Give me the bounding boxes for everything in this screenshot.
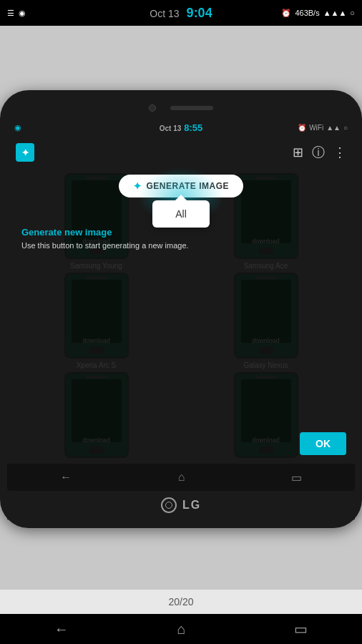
phone-time: Oct 13 8:55: [160, 122, 203, 133]
page-count: 20/20: [168, 596, 193, 608]
phone-device: ◉ Oct 13 8:55 ⏰ WiFi ▲▲ ○ ✦ ⊞ ⓘ: [0, 90, 362, 528]
back-nav-icon[interactable]: ←: [60, 471, 72, 484]
add-image-icon[interactable]: ⊞: [293, 145, 303, 160]
home-nav-icon[interactable]: ⌂: [178, 471, 185, 484]
ok-button[interactable]: OK: [300, 432, 346, 455]
content-area: download Samsung Young download Samsung …: [7, 167, 355, 464]
system-back-icon[interactable]: ←: [54, 621, 69, 638]
robot-icon: ◉: [19, 9, 26, 18]
phone-navigation-bar: ← ⌂ ▭: [7, 464, 355, 491]
speed-indicator: 463B/s: [295, 9, 319, 17]
app-toolbar-actions: ⊞ ⓘ ⋮: [293, 144, 346, 161]
system-nav-bar: ← ⌂ ▭: [0, 614, 362, 644]
app-logo: ✦: [16, 143, 34, 162]
more-options-icon[interactable]: ⋮: [333, 145, 346, 160]
system-left-icons: ☰ ◉: [7, 9, 26, 18]
system-right-icons: ⏰ 463B/s ▲▲▲ ○: [281, 9, 355, 18]
phone-signal: ▲▲: [326, 124, 341, 132]
app-toolbar: ✦ ⊞ ⓘ ⋮: [7, 137, 355, 167]
lg-brand-text: LG: [182, 499, 201, 512]
lg-logo-circle: [161, 497, 177, 513]
battery-icon: ○: [350, 9, 355, 17]
info-description: Use this button to start generating a ne…: [21, 240, 341, 251]
system-home-icon[interactable]: ⌂: [177, 621, 185, 638]
page-count-bar: 20/20: [0, 590, 362, 614]
info-icon[interactable]: ⓘ: [312, 144, 325, 161]
phone-alarm: ⏰: [298, 124, 306, 132]
front-camera: [149, 104, 156, 112]
phone-status-left: ◉: [14, 123, 21, 132]
system-recents-icon[interactable]: ▭: [294, 620, 308, 638]
phone-app-icon: ◉: [14, 123, 21, 132]
android-icon: ☰: [7, 9, 14, 18]
alarm-icon: ⏰: [281, 9, 291, 18]
speaker: [170, 106, 213, 110]
phone-notch: [7, 99, 355, 117]
tooltip-text: All: [175, 208, 187, 220]
signal-icon: ▲▲▲: [323, 9, 347, 17]
phone-status-bar: ◉ Oct 13 8:55 ⏰ WiFi ▲▲ ○: [7, 117, 355, 137]
lg-branding: LG: [7, 491, 355, 519]
system-time: Oct 13 9:04: [150, 6, 212, 21]
phone-wifi: WiFi: [309, 124, 323, 132]
phone-battery: ○: [343, 124, 348, 132]
phone-screen: ◉ Oct 13 8:55 ⏰ WiFi ▲▲ ○ ✦ ⊞ ⓘ: [7, 117, 355, 491]
info-box: Generate new image Use this button to st…: [14, 221, 348, 257]
system-status-bar: ☰ ◉ Oct 13 9:04 ⏰ 463B/s ▲▲▲ ○: [0, 0, 362, 26]
phone-status-right: ⏰ WiFi ▲▲ ○: [298, 124, 348, 132]
recents-nav-icon[interactable]: ▭: [291, 471, 302, 484]
info-title: Generate new image: [21, 227, 341, 238]
